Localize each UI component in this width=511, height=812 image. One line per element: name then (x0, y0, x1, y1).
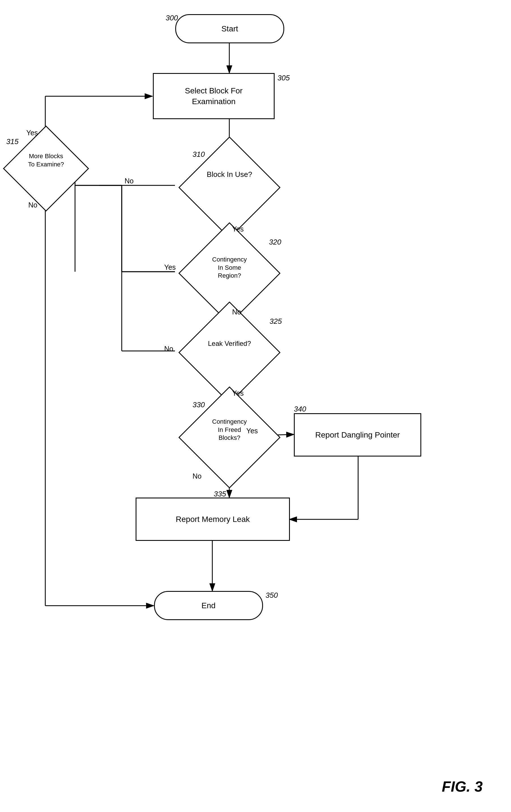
label-305: 305 (278, 74, 290, 82)
no-leak-verified-label: No (164, 345, 173, 353)
leak-verified-label: Leak Verified? (208, 339, 251, 348)
label-315: 315 (6, 137, 19, 146)
report-dangling-label: Report Dangling Pointer (315, 430, 400, 440)
label-300: 300 (166, 13, 178, 22)
label-325: 325 (269, 317, 282, 326)
no-more-blocks-label: No (28, 201, 37, 209)
yes-contingency-region-label: Yes (164, 263, 176, 271)
contingency-region-label: ContingencyIn SomeRegion? (212, 256, 247, 280)
select-block-label: Select Block ForExamination (185, 85, 243, 107)
no-contingency-freed-label: No (193, 472, 202, 480)
block-in-use-label: Block In Use? (207, 170, 252, 179)
report-dangling-node: Report Dangling Pointer (294, 413, 421, 457)
report-memory-leak-label: Report Memory Leak (176, 514, 250, 525)
start-node: Start (175, 14, 284, 43)
label-320: 320 (269, 238, 281, 246)
label-350: 350 (265, 591, 278, 600)
report-memory-leak-node: Report Memory Leak (136, 498, 290, 541)
yes-contingency-freed-label: Yes (246, 427, 258, 435)
end-label: End (202, 600, 216, 611)
label-335: 335 (214, 490, 226, 498)
yes-leak-verified-label: Yes (232, 389, 244, 397)
label-310: 310 (193, 150, 205, 159)
more-blocks-label: More BlocksTo Examine? (28, 152, 64, 168)
no-contingency-region-label: No (232, 308, 241, 316)
select-block-node: Select Block ForExamination (153, 73, 275, 119)
figure-caption: FIG. 3 (442, 778, 483, 795)
label-330: 330 (193, 401, 205, 409)
label-340: 340 (294, 405, 306, 413)
flowchart-diagram: Start 300 Select Block ForExamination 30… (0, 0, 511, 812)
yes-block-in-use-label: Yes (232, 225, 244, 233)
contingency-freed-label: ContingencyIn FreedBlocks? (212, 418, 247, 442)
end-node: End (154, 591, 263, 620)
no-block-in-use-label: No (124, 177, 134, 185)
yes-more-blocks-label: Yes (26, 129, 38, 137)
start-label: Start (221, 24, 238, 34)
